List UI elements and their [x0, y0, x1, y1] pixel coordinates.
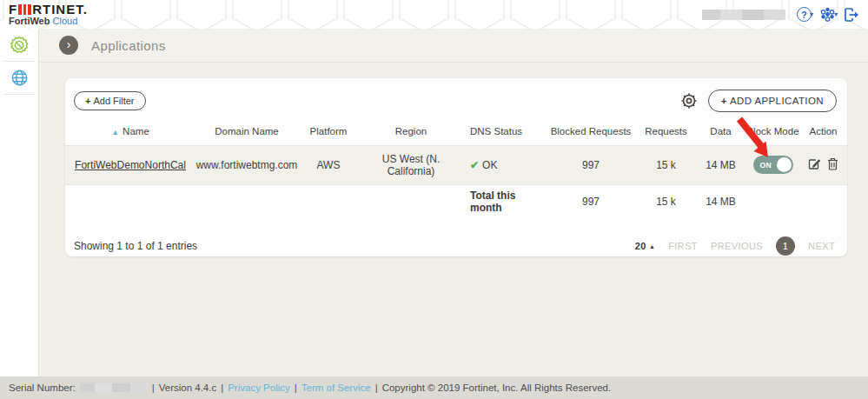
version-text: Version 4.4.c: [159, 382, 216, 393]
page-header: › Applications: [39, 29, 868, 63]
pagination-first[interactable]: FIRST: [668, 241, 698, 251]
total-blocked-cell: 997: [545, 184, 637, 219]
column-header-block-mode[interactable]: Block Mode: [746, 117, 799, 145]
table-settings-gear-icon[interactable]: [679, 90, 699, 111]
logout-button[interactable]: [844, 8, 859, 22]
account-name-redacted[interactable]: [702, 10, 785, 20]
fortinet-o-glyph: [18, 4, 31, 15]
globe-icon: [10, 69, 29, 87]
chevron-down-icon: ▾: [834, 10, 838, 18]
sidebar-item-global[interactable]: [0, 62, 38, 94]
footer: Serial Number: | Version 4.4.c | Privacy…: [0, 376, 868, 399]
column-label: Name: [123, 126, 149, 136]
pagination: 20 ▲ FIRST PREVIOUS 1 NEXT: [635, 236, 835, 256]
dns-status-text: OK: [482, 159, 497, 171]
add-application-button[interactable]: +ADD APPLICATION: [708, 90, 837, 112]
product-cloud-text: Cloud: [53, 16, 78, 26]
column-label: DNS Status: [470, 126, 522, 136]
applications-card: +Add Filter +ADD APPLICATION: [65, 78, 847, 256]
separator: |: [152, 382, 155, 393]
application-name-link[interactable]: FortiWebDemoNorthCal: [75, 159, 186, 171]
pagination-previous[interactable]: PREVIOUS: [711, 241, 763, 251]
column-label: Requests: [645, 126, 687, 136]
dns-status-cell: ✔OK: [463, 145, 545, 184]
logo-text-pre: F: [9, 3, 17, 16]
terms-of-service-link[interactable]: Term of Service: [301, 382, 371, 393]
chevron-down-icon: ▾: [810, 10, 813, 18]
block-mode-toggle[interactable]: ON: [753, 156, 793, 174]
privacy-policy-link[interactable]: Privacy Policy: [228, 382, 290, 393]
plus-icon: +: [721, 96, 727, 106]
column-label: Data: [710, 126, 731, 136]
add-filter-button[interactable]: +Add Filter: [74, 91, 146, 110]
requests-cell: 15 k: [637, 145, 695, 184]
fortinet-wordmark: FRTINET.: [9, 3, 88, 16]
topbar: FRTINET. FortiWeb Cloud ? ▾: [0, 0, 868, 29]
column-header-dns-status[interactable]: DNS Status: [463, 117, 545, 145]
add-filter-label: Add Filter: [93, 96, 134, 106]
entries-summary: Showing 1 to 1 of 1 entries: [74, 240, 197, 252]
column-label: Domain Name: [215, 126, 279, 136]
serial-number-label: Serial Number:: [9, 382, 76, 393]
toggle-knob: [777, 157, 792, 172]
separator: |: [221, 382, 223, 393]
applications-table: ▲Name Domain Name Platform Region DNS St…: [65, 117, 847, 219]
total-label: Total this month: [470, 190, 515, 214]
product-name-text: FortiWeb: [9, 16, 50, 26]
column-header-region[interactable]: Region: [359, 117, 463, 145]
serial-number-redacted: [80, 383, 148, 392]
edit-icon[interactable]: [808, 157, 821, 170]
help-menu-button[interactable]: ? ▾: [797, 7, 813, 22]
sidebar-item-applications[interactable]: [0, 29, 38, 61]
page-size-value: 20: [635, 241, 646, 251]
column-label: Action: [810, 126, 838, 136]
sidebar-divider: [3, 94, 35, 95]
chevron-right-icon: ›: [67, 37, 71, 51]
column-header-blocked-requests[interactable]: Blocked Requests: [545, 117, 637, 145]
table-row: FortiWebDemoNorthCal www.fortiwebtmg.com…: [65, 145, 847, 184]
gear-globe-icon: [9, 35, 30, 56]
total-data-cell: 14 MB: [695, 184, 746, 219]
copyright-text: Copyright © 2019 Fortinet, Inc. All Righ…: [382, 382, 612, 393]
apps-menu-button[interactable]: ▾: [819, 6, 838, 23]
separator: |: [375, 382, 378, 393]
collapse-breadcrumb-button[interactable]: ›: [59, 36, 78, 55]
pagination-next[interactable]: NEXT: [808, 241, 835, 251]
column-label: Blocked Requests: [551, 126, 632, 136]
sidebar: [0, 29, 39, 376]
column-header-platform[interactable]: Platform: [298, 117, 359, 145]
logout-icon: [844, 8, 859, 22]
column-header-requests[interactable]: Requests: [637, 117, 695, 145]
total-requests-cell: 15 k: [637, 184, 695, 219]
plus-icon: +: [85, 96, 90, 106]
page-title: Applications: [91, 38, 166, 53]
fortinet-logo[interactable]: FRTINET. FortiWeb Cloud: [9, 3, 88, 26]
table-header-row: ▲Name Domain Name Platform Region DNS St…: [65, 117, 847, 145]
column-header-data[interactable]: Data: [695, 117, 746, 145]
platform-cell: AWS: [298, 145, 359, 184]
main-content: +Add Filter +ADD APPLICATION: [39, 63, 868, 376]
add-application-label: ADD APPLICATION: [730, 96, 824, 106]
column-header-action[interactable]: Action: [799, 117, 847, 145]
column-header-name[interactable]: ▲Name: [65, 117, 195, 145]
logo-text-post: RTINET.: [32, 3, 88, 16]
blocked-requests-cell: 997: [545, 145, 637, 184]
region-cell: US West (N. California): [359, 145, 463, 184]
caret-up-icon: ▲: [649, 243, 655, 249]
total-row: Total this month 997 15 k 14 MB: [65, 184, 847, 219]
sort-ascending-icon: ▲: [111, 128, 119, 136]
column-label: Region: [395, 126, 427, 136]
separator: |: [295, 382, 297, 393]
column-header-domain[interactable]: Domain Name: [195, 117, 298, 145]
check-icon: ✔: [470, 159, 479, 171]
domain-name-cell: www.fortiwebtmg.com: [195, 145, 298, 184]
pagination-current-page[interactable]: 1: [776, 236, 795, 256]
column-label: Block Mode: [746, 126, 798, 136]
column-label: Platform: [310, 126, 348, 136]
page-size-selector[interactable]: 20 ▲: [635, 241, 655, 251]
toggle-on-label: ON: [760, 161, 772, 170]
data-cell: 14 MB: [695, 145, 746, 184]
product-name: FortiWeb Cloud: [9, 17, 88, 26]
delete-icon[interactable]: [827, 157, 838, 170]
